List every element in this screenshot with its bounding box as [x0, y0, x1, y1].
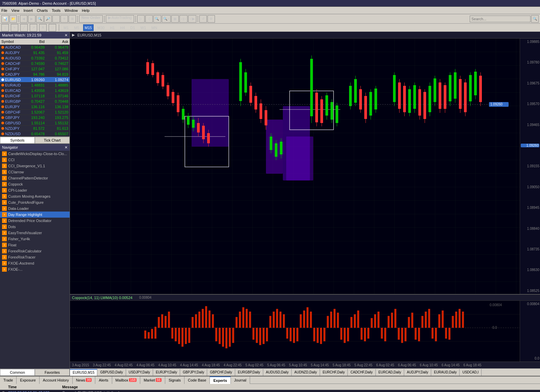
tab-account-history[interactable]: Account History: [40, 376, 73, 384]
period-shift-button[interactable]: ↕|: [145, 15, 153, 23]
tab-journal[interactable]: Journal: [231, 376, 250, 384]
new-order-button[interactable]: New Order: [79, 15, 103, 23]
list-item[interactable]: GBPJPY 193.240193.275: [0, 115, 70, 120]
tab-audusd-daily[interactable]: AUDUSD,Daily: [263, 369, 292, 376]
tab-market[interactable]: Market 66: [140, 376, 165, 384]
auto-trading-button[interactable]: ▶ AutoTrading: [106, 15, 134, 23]
tab-gbpjpy-daily[interactable]: GBPJPY,Daily: [180, 369, 207, 376]
list-item[interactable]: EURGBP 0.704270.70448: [0, 99, 70, 104]
list-item[interactable]: EURCHF 1.071181.07146: [0, 93, 70, 99]
list-item[interactable]: EURJPY 136.116136.138: [0, 104, 70, 109]
nav-item-channelpattern[interactable]: f ChannelPatternDetector: [0, 175, 70, 181]
list-item[interactable]: EURAUD 1.488311.48885: [0, 82, 70, 88]
scroll-button[interactable]: ↔: [52, 15, 60, 23]
tf-m30[interactable]: M30: [96, 24, 106, 31]
draw-arrow-button[interactable]: ↗: [30, 24, 37, 31]
tab-code-base[interactable]: Code Base: [185, 376, 210, 384]
nav-item-cci-divergence[interactable]: f CCI_Divergence_V1.1: [0, 163, 70, 169]
zoom-in-button[interactable]: 🔍: [36, 15, 44, 23]
zoom-out-button[interactable]: 🔎: [44, 15, 52, 23]
menu-window[interactable]: Window: [65, 8, 78, 13]
open-button[interactable]: 📁: [9, 15, 17, 23]
tab-news[interactable]: News 99: [73, 376, 96, 384]
chart-scroll-button[interactable]: ◁▷: [179, 15, 188, 23]
nav-item-forexrisk-tracer[interactable]: f ForexRiskTracer: [0, 254, 70, 260]
forward-button[interactable]: ▶: [28, 15, 35, 23]
chart-type-button[interactable]: ▦: [171, 15, 179, 23]
tab-usdcad[interactable]: USDCAD,I: [460, 369, 482, 376]
tab-favorites[interactable]: Favorites: [35, 369, 70, 376]
nav-item-custom-ma[interactable]: f Custom Moving Averages: [0, 193, 70, 199]
list-item-eurusd[interactable]: EURUSD 1.092601.09274: [0, 77, 70, 82]
tf-mn[interactable]: MN: [150, 24, 159, 31]
list-item[interactable]: NZDUSD 0.654780.65507: [0, 131, 70, 137]
nav-item-fxoe-asc[interactable]: f FXOE-Asctrend: [0, 260, 70, 266]
nav-item-cpi-loader[interactable]: f CPI-Loader: [0, 187, 70, 193]
navigator-close-icon[interactable]: ✕: [65, 145, 68, 150]
tab-trade[interactable]: Trade: [0, 376, 17, 384]
tab-usdjpy-daily[interactable]: USDJPY,Daily: [126, 369, 153, 376]
nav-item-dots[interactable]: f Dots: [0, 224, 70, 230]
nav-item-coppock[interactable]: f Coppock: [0, 181, 70, 187]
tab-gbpusd-daily[interactable]: GBPUSD,Daily: [97, 369, 126, 376]
menu-charts[interactable]: Charts: [37, 8, 48, 13]
draw-line-button[interactable]: |: [1, 24, 9, 31]
refresh-button[interactable]: ↺: [199, 15, 207, 23]
market-watch-close-icon[interactable]: ✕: [65, 33, 68, 38]
back-button[interactable]: ◀: [20, 15, 27, 23]
list-item[interactable]: AUDCAD 0.964390.96479: [0, 45, 70, 50]
nav-item-cciarrow[interactable]: f CCIarrow: [0, 169, 70, 175]
tab-alerts[interactable]: Alerts: [95, 376, 112, 384]
tf-w1[interactable]: W1: [139, 24, 148, 31]
draw-trend-button[interactable]: ╱: [20, 24, 28, 31]
tab-common[interactable]: Common: [0, 369, 35, 376]
menu-insert[interactable]: Insert: [23, 8, 33, 13]
list-item[interactable]: EURCAD 1.435581.43619: [0, 88, 70, 93]
list-item[interactable]: CADJPY 94.78694.819: [0, 72, 70, 77]
tab-audnzd-daily[interactable]: AUDNZD,Daily: [292, 369, 320, 376]
menu-file[interactable]: File: [1, 8, 7, 13]
tab-eurgbp-daily[interactable]: EURGBP,Daily: [235, 369, 263, 376]
nav-item-float[interactable]: f Float: [0, 242, 70, 248]
draw-cross-button[interactable]: +: [11, 24, 18, 31]
tab-experts[interactable]: Experts: [210, 376, 230, 384]
new-chart-button[interactable]: 📊: [1, 15, 9, 23]
list-item[interactable]: NZDJPY 81.57281.613: [0, 126, 70, 131]
tab-audjpy-daily[interactable]: AUDJPY,Daily: [404, 369, 431, 376]
menu-help[interactable]: Help: [82, 8, 90, 13]
zoom-minus-button[interactable]: 🔍-: [153, 15, 161, 23]
tab-eurusd-m15[interactable]: EURUSD,M15: [70, 369, 97, 376]
tf-m5[interactable]: M5: [72, 24, 81, 31]
period-sep-button[interactable]: |↕: [137, 15, 145, 23]
tab-signals[interactable]: Signals: [165, 376, 185, 384]
nav-item-easytrendvis[interactable]: f EasyTrendVisualizer: [0, 230, 70, 236]
list-item[interactable]: CHFJPY 127.047127.086: [0, 66, 70, 72]
list-item[interactable]: AUDJPY 91.43591.459: [0, 50, 70, 55]
nav-item-day-range[interactable]: f Day Range Highlight: [0, 212, 70, 218]
tab-gbpchf-daily[interactable]: GBPCHF,Daily: [207, 369, 235, 376]
draw-text-button[interactable]: A: [39, 24, 47, 31]
tab-tick-chart[interactable]: Tick Chart: [35, 137, 70, 144]
draw-box-button[interactable]: □: [49, 24, 56, 31]
tf-m15[interactable]: M15: [83, 24, 94, 31]
nav-item-cute-pf[interactable]: f Cute_PointAndFigure: [0, 199, 70, 205]
list-item[interactable]: CADCHF 0.745900.74627: [0, 61, 70, 66]
nav-item-detrended[interactable]: f Detrended Price Oscillator: [0, 218, 70, 224]
nav-item-forexrisk-calc[interactable]: f ForexRiskCalculator: [0, 248, 70, 254]
tab-eurchf-daily[interactable]: EURCHF,Daily: [320, 369, 348, 376]
menu-view[interactable]: View: [11, 8, 20, 13]
main-chart-area[interactable]: 1.09260 1.09885 1.09780 1.09675 1.09570 …: [70, 39, 540, 294]
tab-eurjpy-daily[interactable]: EURJPY,Daily: [153, 369, 180, 376]
crosshair-button[interactable]: ✛: [60, 15, 68, 23]
tf-h1[interactable]: H1: [108, 24, 116, 31]
tf-h4[interactable]: H4: [118, 24, 126, 31]
list-item[interactable]: GBPUSD 1.551141.55132: [0, 120, 70, 126]
tab-exposure[interactable]: Exposure: [17, 376, 39, 384]
grid-button[interactable]: ⊞: [69, 15, 76, 23]
tf-m1[interactable]: M1: [62, 24, 70, 31]
menu-tools[interactable]: Tools: [52, 8, 60, 13]
tab-cadchf-daily[interactable]: CADCHF,Daily: [348, 369, 376, 376]
nav-item-data-loader[interactable]: f Data-Loader: [0, 205, 70, 212]
tab-symbols[interactable]: Symbols: [0, 137, 35, 144]
search-input[interactable]: [470, 16, 531, 22]
